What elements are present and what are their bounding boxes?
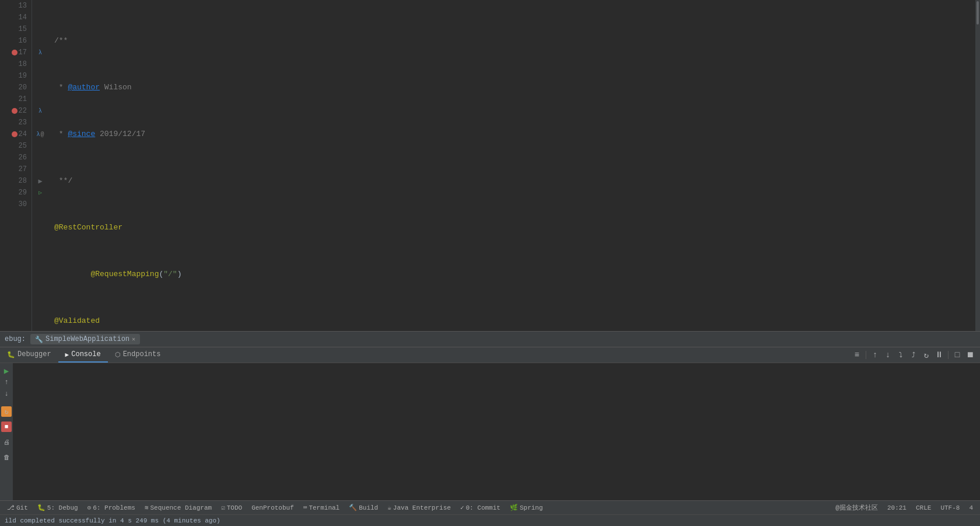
debug-label: 5: Debug [47,504,78,511]
status-charset[interactable]: UTF-8 [938,504,962,511]
side-up-icon[interactable]: ↑ [1,377,12,388]
side-down-icon[interactable]: ↓ [1,389,12,399]
line-row-28: 28 [0,175,27,187]
breakpoint-icon-17[interactable] [12,50,18,55]
toolbar-up-icon[interactable]: ↑ [870,350,880,360]
toolbar-down-icon[interactable]: ↓ [883,350,893,360]
code-text-16: **/ [54,175,72,187]
gutter-28: ▶ [32,175,48,187]
build-text: ild completed successfully in 4 s 249 ms… [5,517,220,524]
side-print-icon[interactable]: 🖨 [1,437,12,447]
debug-tab-bar: ebug: 🔧 SimpleWebApplication ✕ [0,332,980,347]
toolbar-step-out-icon[interactable]: ⤴ [908,350,919,360]
line-row-22: 22 [0,105,27,117]
line-numbers: 13 14 15 16 17 18 19 20 21 22 [0,0,32,331]
run-icon-29[interactable]: ▷ [38,189,42,196]
git-icon: ⎇ [7,504,15,511]
status-git[interactable]: ⎇ Git [5,501,30,514]
gutter-21 [32,93,48,105]
status-build[interactable]: 🔨 Build [346,501,380,514]
toolbar-sep-1 [866,351,866,359]
breakpoint-icon-24[interactable] [12,131,18,137]
code-text-18: @RequestMapping("/") [54,257,181,292]
toolbar-step-icon[interactable]: ⤵ [895,350,906,360]
gutter-19 [32,70,48,82]
session-icon: 🔧 [35,336,43,343]
lambda-icon-17: λ [38,50,42,56]
toolbar-menu-icon[interactable]: ≡ [852,350,862,360]
side-stop-icon[interactable]: ■ [1,422,12,432]
code-line-14: * @author Wilson [54,82,975,93]
build-bar: ild completed successfully in 4 s 249 ms… [0,514,980,526]
gutter-27 [32,163,48,175]
line-row-14: 14 [0,12,27,23]
spring-label: Spring [520,504,543,511]
toolbar-stop-icon[interactable]: □ [952,350,963,360]
status-bar: ⎇ Git 🐛 5: Debug ⊙ 6: Problems ≋ Sequenc… [0,500,980,514]
status-right: @掘金技术社区 20:21 CRLE UTF-8 4 [833,503,975,512]
console-icon: ▶ [65,351,69,358]
code-line-13: /** [54,35,975,47]
breakpoint-icon-22[interactable] [12,108,18,114]
code-text-15: * @since 2019/12/17 [54,128,145,140]
console-label: Console [71,350,100,358]
gen-label: GenProtobuf [251,504,294,511]
status-spring[interactable]: 🌿 Spring [508,501,545,514]
terminal-icon: ⌨ [303,504,307,511]
status-sequence[interactable]: ≋ Sequence Diagram [142,501,214,514]
status-commit[interactable]: ✓ 0: Commit [458,501,503,514]
toolbar-reload-icon[interactable]: ↻ [921,350,932,360]
panel-body: ▶ ↑ ↓ ↻ ■ 🖨 🗑 [0,363,980,500]
line-row-20: 20 [0,82,27,93]
status-juejin[interactable]: @掘金技术社区 [833,503,880,512]
status-indent[interactable]: 4 [967,504,975,511]
code-text-19: @Validated [54,315,100,327]
tab-debugger[interactable]: 🐛 Debugger [0,347,58,363]
spring-icon: 🌿 [510,504,518,511]
toolbar-stop-all-icon[interactable]: ⏹ [965,350,975,360]
tab-console[interactable]: ▶ Console [58,347,108,363]
scroll-thumb [977,1,979,25]
lambda-icon-22: λ [38,108,42,114]
status-terminal[interactable]: ⌨ Terminal [301,501,342,514]
status-problems[interactable]: ⊙ 6: Problems [85,501,138,514]
sequence-icon: ≋ [145,504,149,511]
todo-icon: ☑ [221,504,225,511]
time-label: 20:21 [887,504,907,511]
left-side-icons: ▶ ↑ ↓ ↻ ■ 🖨 🗑 [0,363,13,500]
line-row-19: 19 [0,70,27,82]
at-icon-24: @ [41,131,44,138]
line-row-26: 26 [0,152,27,163]
line-row-29: 29 [0,187,27,198]
toolbar-pause-icon[interactable]: ⏸ [934,350,944,360]
build-label: Build [359,504,378,511]
gutter: λ λ λ @ ▶ ▷ [32,0,48,331]
side-trash-icon[interactable]: 🗑 [1,452,12,462]
status-gen[interactable]: GenProtobuf [249,501,296,514]
side-restart-icon[interactable]: ↻ [1,406,12,417]
tab-endpoints[interactable]: ⬡ Endpoints [108,347,168,363]
line-row-23: 23 [0,117,27,128]
endpoints-icon: ⬡ [115,351,121,358]
problems-icon: ⊙ [88,504,92,511]
status-encoding[interactable]: CRLE [914,504,933,511]
debug-session-tab[interactable]: 🔧 SimpleWebApplication ✕ [30,334,140,344]
status-debug[interactable]: 🐛 5: Debug [35,501,80,514]
fold-icon-28[interactable]: ▶ [38,177,42,186]
gutter-17: λ [32,47,48,58]
close-session-icon[interactable]: ✕ [132,336,135,343]
code-line-17: @RestController [54,222,975,234]
line-row-25: 25 [0,140,27,152]
side-run-icon[interactable]: ▶ [1,365,12,376]
juejin-label: @掘金技术社区 [835,503,878,512]
line-row-16: 16 [0,35,27,47]
code-line-18: @RequestMapping("/") [54,269,975,280]
code-content[interactable]: /** * @author Wilson * @since 2019/12/17… [48,0,975,331]
gutter-24: λ @ [32,128,48,140]
gutter-14 [32,12,48,23]
status-time: 20:21 [885,504,909,511]
scrollbar[interactable] [975,0,980,331]
status-todo[interactable]: ☑ TODO [219,501,244,514]
toolbar-sep-2 [948,351,949,359]
status-java-enterprise[interactable]: ☕ Java Enterprise [385,501,453,514]
